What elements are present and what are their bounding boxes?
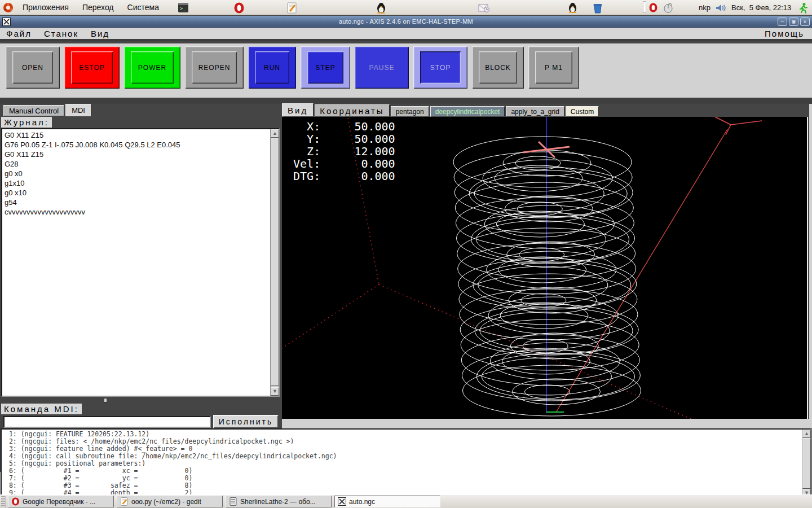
axis-icon [338,497,346,506]
scroll-up-icon[interactable]: ▲ [802,430,811,438]
dro-readout: X: 50.000 Y: 50.000 Z: 12.000 Vel: 0.000… [286,120,395,182]
titlebar[interactable]: auto.ngc - AXIS 2.4.6 on EMC-HAL-STEP-MM… [0,16,812,28]
task-google-переводчик-[interactable]: Google Переводчик - ... [8,496,114,507]
journal-text: G0 X11 Z15 G76 P0.05 Z-1 I-.075 J0.008 K… [5,130,268,395]
task-label: Google Переводчик - ... [23,498,95,506]
scroll-up-icon[interactable]: ▲ [271,129,279,138]
reopen-button[interactable]: REOPEN [185,46,244,89]
menu-machine[interactable]: Станок [38,29,85,38]
task-ooo-py-emc2-gedit[interactable]: ooo.py (~/emc2) - gedit [117,496,223,507]
menu-help[interactable]: Помощь [757,29,812,38]
tab-вид[interactable]: Вид [282,103,314,117]
task-label: ooo.py (~/emc2) - gedit [131,498,201,506]
task-label: auto.ngc [349,498,375,506]
journal-history[interactable]: G0 X11 Z15 G76 P0.05 Z-1 I-.075 J0.008 K… [1,128,280,397]
window-title: auto.ngc - AXIS 2.4.6 on EMC-HAL-STEP-MM [0,18,812,25]
gedit-launcher-icon[interactable] [286,2,298,14]
scroll-down-icon[interactable]: ▼ [271,387,279,396]
button-label: RUN [255,51,289,84]
step-button[interactable]: STEP [301,46,350,89]
block-button[interactable]: BLOCK [472,46,524,89]
trash-tray-icon[interactable] [592,2,603,14]
tab-mdi[interactable]: MDI [65,104,91,116]
distro-logo-icon[interactable] [3,2,14,13]
left-panel: Manual ControlMDI Журнал: G0 X11 Z15 G76… [0,104,282,428]
journal-label: Журнал: [1,117,52,128]
window-controls: —▣✕ [778,17,810,26]
scroll-thumb[interactable] [802,438,811,489]
button-label: REOPEN [192,51,237,84]
button-label: STOP [420,51,461,84]
maximize-button[interactable]: ▣ [789,17,798,26]
menu-places[interactable]: Переход [76,0,121,15]
pause-button[interactable]: PAUSE [355,46,409,89]
gedit-icon [120,497,129,506]
menu-file[interactable]: Файл [0,29,38,38]
left-tabs: Manual ControlMDI [0,104,282,116]
logout-runner-icon[interactable] [798,2,808,14]
terminal-launcher-icon[interactable]: >_ [177,2,189,14]
menu-applications[interactable]: Приложения [16,0,76,15]
scroll-thumb[interactable] [271,138,279,386]
axis-window-icon [2,17,11,26]
taskbar-handle[interactable] [1,496,6,507]
preview-tabs: ВидКоординатыpentagondeepcylindricalpock… [282,104,600,117]
opera-icon [11,497,20,506]
tab-apply_to_a_grid[interactable]: apply_to_a_grid [506,106,564,117]
backplot-preview[interactable]: X: 50.000 Y: 50.000 Z: 12.000 Vel: 0.000… [282,117,808,419]
tray-separator [643,1,646,13]
button-label: POWER [131,51,174,84]
journal-scrollbar[interactable]: ▲ ▼ [270,129,279,396]
volume-tray-icon[interactable] [715,2,726,14]
button-label: BLOCK [479,51,517,84]
gnome-top-panel: Приложения Переход Система >_ [0,0,812,15]
menu-view[interactable]: Вид [85,29,116,38]
button-label: STEP [307,51,343,84]
button-label: OPEN [12,51,53,84]
p-m1-button[interactable]: P M1 [528,46,579,89]
close-button[interactable]: ✕ [800,17,810,26]
tab-deepcylindricalpocket[interactable]: deepcylindricalpocket [430,106,505,117]
task-label: SherlineLathe-2 — обо... [240,498,316,506]
axis-window: auto.ngc - AXIS 2.4.6 on EMC-HAL-STEP-MM… [0,16,812,494]
menu-system[interactable]: Система [121,0,166,15]
execute-button[interactable]: Исполнить [213,415,279,428]
power-button[interactable]: POWER [124,46,180,89]
right-panel: ВидКоординатыpentagondeepcylindricalpock… [282,104,812,428]
toolbar: OPENESTOPPOWERREOPENRUNSTEPPAUSESTOPBLOC… [0,43,812,104]
ngcgui-log-box[interactable]: 1: (ngcgui: FEATURE 120205:22.13.12) 2: … [1,428,811,498]
mdi-command-label: Команда MDI: [1,404,82,414]
button-label: PAUSE [361,51,402,84]
mail-clock-tray-icon[interactable] [478,2,489,14]
tab-custom[interactable]: Custom [566,106,599,117]
user-name: nkp [696,3,713,12]
button-label: P M1 [535,51,572,84]
button-label: ESTOP [71,51,113,84]
task-sherlinelathe-2-обо-[interactable]: SherlineLathe-2 — обо... [226,496,332,507]
stop-button[interactable]: STOP [413,46,467,89]
ngcgui-scrollbar[interactable]: ▲ ▼ [802,430,810,497]
task-auto-ngc[interactable]: auto.ngc [334,496,440,507]
clock[interactable]: Вск, 5 Фев, 22:13 [729,3,793,12]
right-strip [809,104,812,419]
svg-text:>_: >_ [180,6,186,11]
taskbar: Google Переводчик - ...ooo.py (~/emc2) -… [0,494,812,508]
sash[interactable] [0,397,282,404]
estop-button[interactable]: ESTOP [64,46,120,89]
tab-координаты[interactable]: Координаты [315,104,390,117]
document-icon [229,497,237,506]
mdi-command-input[interactable] [3,416,211,428]
open-button[interactable]: OPEN [6,46,60,89]
desktop: Приложения Переход Система >_ [0,0,812,508]
opera-tray-icon[interactable] [648,2,658,14]
tab-pentagon[interactable]: pentagon [391,106,429,117]
opera-launcher-icon[interactable] [233,2,245,14]
mouse-tray-icon[interactable] [663,2,674,14]
tab-manual-control[interactable]: Manual Control [3,105,64,116]
minimize-button[interactable]: — [778,17,787,26]
preview-bottom-strip [282,419,812,428]
ngcgui-log-text: 1: (ngcgui: FEATURE 120205:22.13.12) 2: … [5,431,800,496]
tux-launcher-icon[interactable] [375,2,387,14]
run-button[interactable]: RUN [248,46,296,89]
tux-tray-icon[interactable] [568,2,577,14]
